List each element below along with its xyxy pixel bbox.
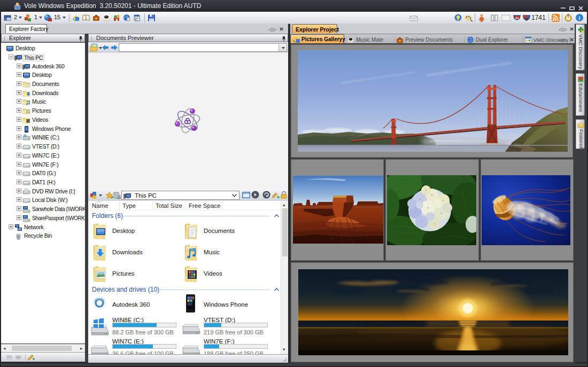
svg-text:i: i: [579, 15, 581, 21]
svg-text:64: 64: [515, 17, 519, 20]
